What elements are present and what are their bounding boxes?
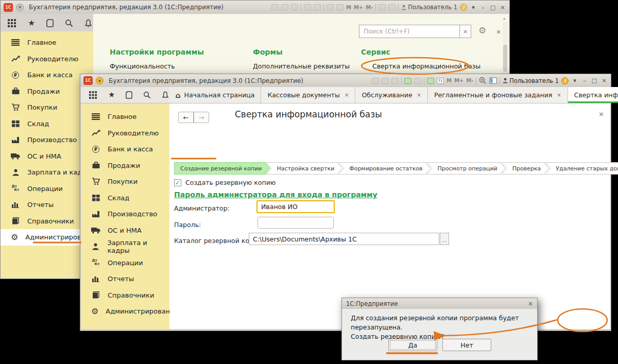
link-additional-attributes[interactable]: Дополнительные реквизиты [253,62,350,70]
tab-maintenance[interactable]: Обслуживание × [355,87,428,103]
memory-mplus-button[interactable]: M+ [454,78,464,83]
sidebar-item-directories[interactable]: Справочники [81,287,169,304]
sidebar-item-manager[interactable]: Руководителю [1,51,93,67]
step-check[interactable]: Проверка [502,162,550,175]
link-functionality[interactable]: Функциональность [110,62,175,70]
sidebar-item-administration[interactable]: ⚙Администрирование [1,229,93,246]
catalog-input[interactable] [249,233,439,245]
sidebar-item-salary[interactable]: Зарплата и кадры [1,164,93,181]
step-create-backup[interactable]: Создание резервной копии [174,162,270,175]
preview-icon[interactable] [291,4,298,10]
maximize-button[interactable]: □ [489,4,496,11]
forward-button[interactable]: → [194,112,209,123]
settings-gear-icon[interactable]: ⚙ [478,25,486,36]
history-scroll-icon[interactable] [126,91,132,99]
yes-button[interactable]: Да [388,339,437,351]
search-icon[interactable] [65,19,73,27]
sidebar-item-operations[interactable]: ДтКтОперации [1,181,93,197]
password-input[interactable] [258,217,334,229]
page-close-icon[interactable]: × [598,110,604,118]
sidebar-item-fixed-assets[interactable]: ОС и НМА [1,148,93,165]
tab-home[interactable]: ⌂ Начальная страница [169,87,261,103]
print-icon[interactable] [281,4,288,10]
sidebar-item-bank[interactable]: ₽Банк и касса [81,141,169,158]
export-icon[interactable] [304,4,311,10]
browse-button[interactable]: ... [440,233,449,245]
menu-grid-icon[interactable] [89,91,97,99]
maximize-button[interactable]: □ [591,77,598,84]
calculator-icon[interactable] [427,78,434,84]
panels-icon[interactable] [489,77,497,84]
chevron-down-icon[interactable]: ▾ [470,4,477,11]
link-database-collapse[interactable]: Свертка информационной базы [372,62,480,70]
close-button[interactable]: × [499,4,506,11]
calendar-icon[interactable]: 31 [437,78,444,84]
notifications-bell-icon[interactable] [162,91,169,99]
export-icon[interactable] [404,78,411,84]
step-form-balances[interactable]: Формирование остатков [339,162,431,175]
memory-m-button[interactable]: M [346,5,351,10]
sidebar-item-purchases[interactable]: Покупки [1,99,93,116]
notifications-bell-icon[interactable] [84,19,92,27]
menu-grid-icon[interactable] [8,19,16,28]
favorites-star-icon[interactable]: ★ [28,19,35,27]
sidebar-item-reports[interactable]: Отчеты [81,271,169,287]
tab-close-icon[interactable]: × [417,92,421,98]
tab-close-icon[interactable]: × [345,92,349,98]
sidebar-item-production[interactable]: Производство [81,206,169,222]
sidebar-item-warehouse[interactable]: Склад [1,116,93,132]
clear-search-icon[interactable]: × [460,25,471,38]
sidebar-item-fixed-assets[interactable]: ОС и НМА [81,222,169,239]
calendar-icon[interactable] [336,4,344,10]
memory-mminus-button[interactable]: M- [366,5,373,10]
main-menu-dropdown-icon[interactable]: ▾ [16,4,24,11]
scroll-up-icon[interactable]: ▴ [503,16,505,21]
attach-icon[interactable] [414,78,421,84]
step-delete-old-documents[interactable]: Удаление старых документов [545,162,618,175]
memory-m-button[interactable]: M [447,78,452,83]
print-icon[interactable] [382,78,389,84]
memory-mminus-button[interactable]: M- [466,78,473,83]
sidebar-item-sales[interactable]: Продажи [81,158,169,174]
zoom-icon[interactable] [379,4,386,10]
current-user[interactable]: Пользователь 1 [401,4,457,11]
attach-icon[interactable] [314,4,321,10]
main-menu-dropdown-icon[interactable]: ▾ [96,77,104,84]
save-icon[interactable] [271,4,279,10]
sidebar-item-main[interactable]: Главное [81,109,169,125]
no-button[interactable]: Нет [442,339,491,351]
preview-icon[interactable] [391,78,399,84]
create-backup-checkbox[interactable]: ✓ Создать резервную копию [174,179,276,186]
sidebar-item-purchases[interactable]: Покупки [81,174,169,190]
checkbox-checked-icon[interactable]: ✓ [174,179,181,186]
tab-database-collapse[interactable]: Свертка информационной базы × [568,87,618,103]
close-button[interactable]: × [600,77,608,84]
sidebar-item-warehouse[interactable]: Склад [81,190,169,206]
sidebar-item-manager[interactable]: Руководителю [81,125,169,142]
sidebar-item-main[interactable]: Главное [1,34,93,51]
scrollbar-thumb[interactable] [503,45,507,72]
calculator-icon[interactable] [327,4,334,10]
sidebar-item-directories[interactable]: Справочники [1,213,93,230]
tab-scheduled-jobs[interactable]: Регламентные и фоновые задания × [428,87,568,103]
panel-close-icon[interactable]: × [496,28,501,36]
dialog-close-icon[interactable]: × [528,300,533,307]
sidebar-item-sales[interactable]: Продажи [1,83,93,100]
back-button[interactable]: ← [178,112,194,123]
zoom-icon[interactable] [479,77,487,84]
minimize-button[interactable]: – [581,77,588,84]
favorites-star-icon[interactable]: ★ [108,91,115,99]
sidebar-item-administration[interactable]: ⚙Администрирование [81,303,169,320]
panels-icon[interactable] [388,4,396,10]
info-icon[interactable]: i [460,4,467,11]
sidebar-item-reports[interactable]: Отчеты [1,197,93,213]
memory-mplus-button[interactable]: M+ [354,5,363,10]
tab-close-icon[interactable]: × [557,92,561,98]
sidebar-item-bank[interactable]: ₽Банк и касса [1,67,93,83]
save-icon[interactable] [372,78,379,84]
sidebar-item-salary[interactable]: Зарплата и кадры [81,238,169,255]
admin-input[interactable] [256,200,335,213]
search-icon[interactable] [143,91,151,99]
current-user[interactable]: Пользователь 1 [503,77,559,84]
sidebar-item-operations[interactable]: ДтКтОперации [81,255,169,271]
